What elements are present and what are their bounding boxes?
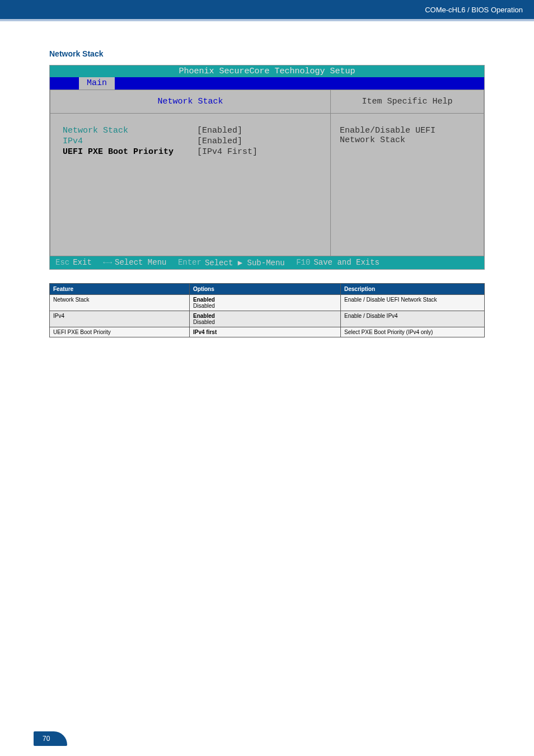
bios-label: UEFI PXE Boot Priority [63,147,197,157]
key-f10: F10 [296,258,310,267]
bios-tab-main[interactable]: Main [79,77,115,90]
opt-bold: IPv4 first [193,329,217,335]
key-enter: Enter [178,258,202,267]
label-exit: Exit [73,258,92,267]
bios-left-pane: Network Stack Network Stack [Enabled] IP… [50,90,331,256]
cell-options: Enabled Disabled [190,295,341,311]
bios-left-title: Network Stack [50,90,330,114]
opt-bold: Enabled [193,313,215,319]
help-line: Enable/Disable UEFI [340,126,475,135]
cell-feature: IPv4 [50,311,190,327]
bios-title: Phoenix SecureCore Technology Setup [50,65,484,77]
bios-footer: Esc Exit ←→ Select Menu Enter Select ▶ S… [50,256,484,269]
header-bar: COMe-cHL6 / BIOS Operation [0,0,534,21]
cell-options: IPv4 first [190,327,341,337]
bios-row-uefi-pxe[interactable]: UEFI PXE Boot Priority [IPv4 First] [63,147,318,157]
page-number: 70 [34,731,67,746]
bios-tabbar: Main [50,77,484,90]
bios-value: [Enabled] [197,137,242,146]
th-feature: Feature [50,284,190,295]
cell-feature: UEFI PXE Boot Priority [50,327,190,337]
help-line: Network Stack [340,135,475,145]
bios-right-title: Item Specific Help [331,90,484,114]
cell-desc: Select PXE Boot Priority (IPv4 only) [341,327,485,337]
bios-body: Network Stack Network Stack [Enabled] IP… [50,90,484,256]
label-select-menu: Select Menu [115,258,166,267]
label-select-sub: Select ▶ Sub-Menu [205,258,285,267]
bios-right-pane: Item Specific Help Enable/Disable UEFI N… [331,90,484,256]
bios-value: [Enabled] [197,126,242,135]
cell-desc: Enable / Disable IPv4 [341,311,485,327]
feature-table: Feature Options Description Network Stac… [49,283,485,337]
bios-value: [IPv4 First] [197,147,257,157]
bios-screenshot: Phoenix SecureCore Technology Setup Main… [49,65,485,270]
section-title: Network Stack [49,49,485,58]
bios-help-text: Enable/Disable UEFI Network Stack [331,114,484,157]
bios-row-network-stack[interactable]: Network Stack [Enabled] [63,126,318,135]
bios-label: IPv4 [63,137,197,146]
page-content: Network Stack Phoenix SecureCore Technol… [0,21,534,337]
th-description: Description [341,284,485,295]
th-options: Options [190,284,341,295]
breadcrumb: COMe-cHL6 / BIOS Operation [425,6,523,14]
label-save: Save and Exits [313,258,380,267]
cell-feature: Network Stack [50,295,190,311]
cell-options: Enabled Disabled [190,311,341,327]
key-esc: Esc [55,258,69,267]
bios-label: Network Stack [63,126,197,135]
key-arrows: ←→ [103,258,111,267]
bios-settings: Network Stack [Enabled] IPv4 [Enabled] U… [50,114,330,170]
table-row: IPv4 Enabled Disabled Enable / Disable I… [50,311,485,327]
cell-desc: Enable / Disable UEFI Network Stack [341,295,485,311]
opt-rest: Disabled [193,319,215,325]
table-row: Network Stack Enabled Disabled Enable / … [50,295,485,311]
opt-rest: Disabled [193,303,215,309]
table-row: UEFI PXE Boot Priority IPv4 first Select… [50,327,485,337]
table-header-row: Feature Options Description [50,284,485,295]
opt-bold: Enabled [193,297,215,303]
bios-row-ipv4[interactable]: IPv4 [Enabled] [63,137,318,146]
